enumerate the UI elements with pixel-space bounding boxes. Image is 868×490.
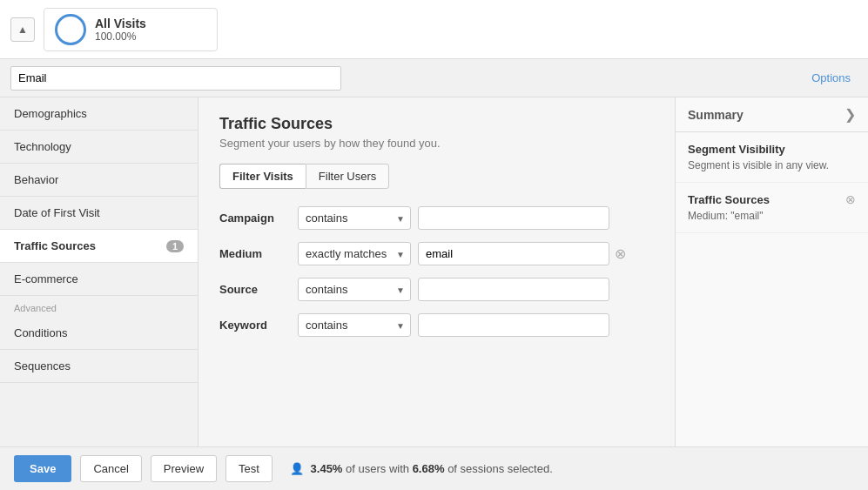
campaign-row: Campaign contains exactly matches does n… [219, 206, 654, 230]
segment-visibility-section: Segment Visibility Segment is visible in… [676, 132, 868, 183]
bottom-bar: Save Cancel Preview Test 👤 3.45% of user… [0, 446, 868, 490]
chevron-up-icon: ▲ [17, 23, 28, 36]
sidebar-item-conditions[interactable]: Conditions [0, 317, 198, 350]
sidebar-item-e-commerce[interactable]: E-commerce [0, 263, 198, 296]
center-content: Traffic Sources Segment your users by ho… [198, 97, 675, 446]
traffic-sources-delete-button[interactable]: ⊗ [845, 192, 856, 206]
test-button[interactable]: Test [225, 455, 273, 482]
medium-clear-button[interactable]: ⊗ [615, 245, 626, 262]
sidebar-item-behavior[interactable]: Behavior [0, 164, 198, 197]
summary-chevron-icon[interactable]: ❯ [844, 106, 856, 123]
preview-button[interactable]: Preview [151, 455, 217, 482]
medium-value-input[interactable] [418, 242, 609, 265]
medium-label: Medium [219, 247, 298, 260]
sidebar-label-date-of-first-visit: Date of First Visit [14, 206, 100, 219]
summary-title: Summary [688, 108, 744, 122]
filter-visits-tab[interactable]: Filter Visits [219, 164, 306, 189]
sidebar-item-traffic-sources[interactable]: Traffic Sources 1 [0, 230, 198, 263]
traffic-sources-summary-text: Medium: "email" [688, 210, 770, 222]
section-title: Traffic Sources [219, 115, 654, 133]
main-layout: Demographics Technology Behavior Date of… [0, 97, 868, 446]
traffic-sources-summary-row: Traffic Sources Medium: "email" ⊗ [688, 193, 856, 222]
traffic-sources-badge: 1 [166, 240, 184, 252]
keyword-operator-select[interactable]: contains exactly matches does not contai… [298, 313, 411, 337]
sidebar-item-technology[interactable]: Technology [0, 131, 198, 164]
sidebar-label-demographics: Demographics [14, 107, 87, 120]
medium-operator-wrapper: contains exactly matches does not contai… [298, 242, 411, 265]
filter-tabs: Filter Visits Filter Users [219, 164, 654, 189]
segment-info: All Visits 100.00% [95, 17, 146, 43]
segment-pill[interactable]: All Visits 100.00% [44, 8, 218, 51]
segment-visibility-text: Segment is visible in any view. [688, 159, 856, 171]
summary-panel: Summary ❯ Segment Visibility Segment is … [675, 97, 868, 446]
sessions-label: of sessions selected. [445, 462, 553, 475]
segment-circle-icon [55, 14, 86, 45]
source-value-input[interactable] [418, 278, 609, 301]
traffic-sources-summary-section: Traffic Sources Medium: "email" ⊗ [676, 183, 868, 233]
segment-percentage: 100.00% [95, 30, 146, 43]
segment-name: All Visits [95, 17, 146, 30]
sessions-pct: 6.68% [413, 462, 445, 475]
filter-users-tab[interactable]: Filter Users [306, 164, 389, 189]
keyword-value-input[interactable] [418, 313, 609, 337]
keyword-label: Keyword [219, 319, 298, 332]
sidebar-item-demographics[interactable]: Demographics [0, 97, 198, 131]
sidebar-label-traffic-sources: Traffic Sources [14, 239, 96, 252]
advanced-section-label: Advanced [0, 296, 198, 317]
source-operator-select[interactable]: contains exactly matches does not contai… [298, 278, 411, 301]
sidebar-label-sequences: Sequences [14, 359, 71, 373]
summary-header: Summary ❯ [676, 97, 868, 132]
sidebar-label-behavior: Behavior [14, 173, 58, 186]
search-bar: Options [0, 59, 868, 97]
cancel-button[interactable]: Cancel [80, 455, 141, 482]
traffic-sources-summary-content: Traffic Sources Medium: "email" [688, 193, 770, 222]
save-button[interactable]: Save [14, 455, 71, 482]
users-label: of users with [342, 462, 412, 475]
campaign-operator-wrapper: contains exactly matches does not contai… [298, 206, 411, 230]
campaign-value-input[interactable] [418, 206, 609, 230]
source-operator-wrapper: contains exactly matches does not contai… [298, 278, 411, 301]
sidebar: Demographics Technology Behavior Date of… [0, 97, 198, 446]
medium-row: Medium contains exactly matches does not… [219, 242, 654, 265]
collapse-button[interactable]: ▲ [10, 17, 35, 42]
sidebar-item-date-of-first-visit[interactable]: Date of First Visit [0, 197, 198, 230]
status-text: 👤 3.45% of users with 6.68% of sessions … [290, 462, 553, 475]
medium-operator-select[interactable]: contains exactly matches does not contai… [298, 242, 411, 265]
keyword-operator-wrapper: contains exactly matches does not contai… [298, 313, 411, 337]
sidebar-label-e-commerce: E-commerce [14, 272, 78, 285]
campaign-operator-select[interactable]: contains exactly matches does not contai… [298, 206, 411, 230]
people-icon: 👤 [290, 462, 304, 475]
users-pct: 3.45% [311, 462, 343, 475]
search-input[interactable] [10, 66, 341, 91]
options-link[interactable]: Options [811, 71, 851, 84]
sidebar-label-conditions: Conditions [14, 326, 67, 339]
source-label: Source [219, 283, 298, 296]
section-subtitle: Segment your users by how they found you… [219, 137, 654, 150]
source-row: Source contains exactly matches does not… [219, 278, 654, 301]
keyword-row: Keyword contains exactly matches does no… [219, 313, 654, 337]
traffic-sources-summary-title: Traffic Sources [688, 193, 770, 206]
sidebar-label-technology: Technology [14, 140, 71, 153]
top-bar: ▲ All Visits 100.00% [0, 0, 868, 59]
segment-visibility-title: Segment Visibility [688, 143, 856, 156]
campaign-label: Campaign [219, 211, 298, 225]
sidebar-item-sequences[interactable]: Sequences [0, 350, 198, 383]
